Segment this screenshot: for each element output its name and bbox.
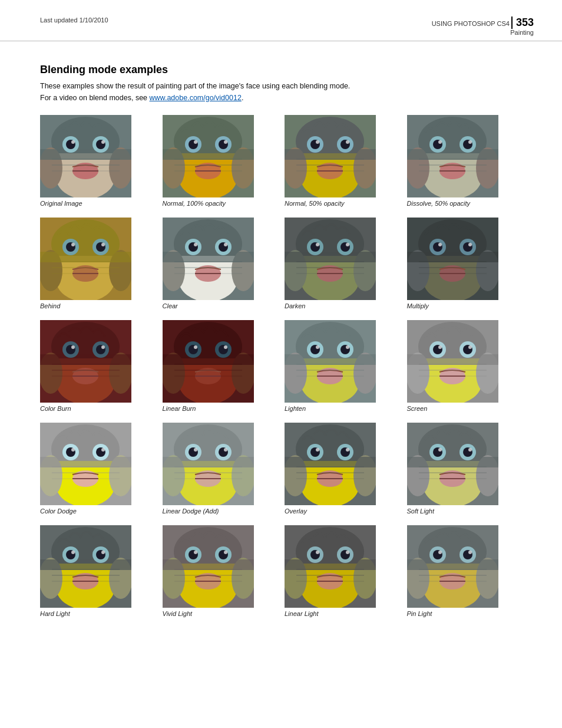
image-box-vivid-light	[163, 525, 254, 608]
svg-point-354	[468, 551, 472, 554]
svg-point-120	[346, 243, 349, 246]
svg-rect-168	[163, 354, 254, 365]
svg-point-318	[224, 551, 227, 554]
image-box-linear-burn	[163, 320, 254, 403]
page-number: 353	[516, 17, 534, 28]
link-line: For a video on blend modes, see www.adob…	[40, 94, 522, 102]
svg-point-192	[346, 345, 349, 349]
svg-point-30	[224, 140, 227, 144]
image-item-original: Original Image	[40, 115, 156, 207]
svg-point-336	[346, 551, 349, 554]
image-caption-screen: Screen	[407, 405, 428, 412]
svg-rect-240	[163, 457, 254, 467]
section-name: Painting	[510, 29, 534, 36]
image-caption-linear-dodge: Linear Dodge (Add)	[163, 508, 219, 515]
image-item-overlay: Overlay	[285, 423, 400, 515]
svg-rect-42	[285, 149, 376, 160]
image-caption-normal-50: Normal, 50% opacity	[285, 200, 345, 207]
svg-point-101	[194, 243, 197, 246]
image-box-pin-light	[407, 525, 498, 608]
image-box-linear-dodge	[163, 423, 254, 505]
image-box-original	[40, 115, 131, 197]
svg-point-11	[71, 140, 75, 144]
link-suffix: .	[242, 94, 243, 102]
image-box-hard-light	[40, 525, 131, 608]
svg-rect-150	[40, 354, 131, 365]
svg-rect-186	[285, 354, 376, 365]
image-item-linear-burn: Linear Burn	[163, 320, 278, 412]
image-item-normal-50: Normal, 50% opacity	[285, 115, 400, 207]
svg-point-209	[438, 345, 442, 349]
svg-point-353	[438, 551, 442, 554]
description-text: These examples show the result of painti…	[40, 82, 522, 90]
image-item-vivid-light: Vivid Light	[163, 525, 278, 617]
image-item-pin-light: Pin Light	[407, 525, 523, 617]
svg-point-65	[438, 140, 442, 144]
svg-point-47	[316, 140, 319, 144]
image-box-color-dodge	[40, 423, 131, 505]
image-box-behind	[40, 218, 131, 300]
svg-point-245	[194, 448, 197, 452]
svg-rect-114	[285, 252, 376, 262]
image-box-soft-light	[407, 423, 498, 505]
image-caption-dissolve: Dissolve, 50% opacity	[407, 200, 471, 207]
adobe-link[interactable]: www.adobe.com/go/vid0012	[150, 94, 242, 102]
svg-point-12	[101, 140, 105, 144]
image-box-overlay	[285, 423, 376, 505]
svg-point-66	[468, 140, 472, 144]
image-item-linear-light: Linear Light	[285, 525, 400, 617]
svg-point-227	[71, 448, 75, 452]
image-caption-pin-light: Pin Light	[407, 610, 432, 617]
svg-point-155	[71, 345, 75, 349]
svg-point-282	[468, 448, 472, 452]
svg-rect-24	[163, 149, 254, 160]
image-box-darken	[285, 218, 376, 300]
svg-point-228	[101, 448, 105, 452]
svg-point-246	[224, 448, 227, 452]
svg-rect-60	[407, 149, 498, 160]
image-item-darken: Darken	[285, 218, 400, 309]
image-caption-linear-light: Linear Light	[285, 610, 319, 617]
image-item-lighten: Lighten	[285, 320, 400, 412]
image-item-color-burn: Color Burn	[40, 320, 156, 412]
svg-point-317	[194, 551, 197, 554]
svg-point-137	[438, 243, 442, 246]
image-caption-linear-burn: Linear Burn	[163, 405, 196, 412]
image-item-multiply: Multiply	[407, 218, 523, 309]
page-title: Blending mode examples	[40, 64, 522, 76]
svg-point-138	[468, 243, 472, 246]
svg-rect-312	[163, 559, 254, 570]
image-item-linear-dodge: Linear Dodge (Add)	[163, 423, 278, 515]
svg-rect-204	[407, 354, 498, 365]
svg-point-299	[71, 551, 75, 554]
link-prefix: For a video on blend modes, see	[40, 94, 150, 102]
svg-point-119	[316, 243, 319, 246]
svg-rect-330	[285, 559, 376, 570]
image-caption-soft-light: Soft Light	[407, 508, 434, 515]
image-caption-lighten: Lighten	[285, 405, 306, 412]
image-item-dissolve: Dissolve, 50% opacity	[407, 115, 523, 207]
last-updated: Last updated 1/10/2010	[40, 17, 108, 24]
image-item-soft-light: Soft Light	[407, 423, 523, 515]
svg-point-83	[71, 243, 75, 246]
svg-point-335	[316, 551, 319, 554]
image-item-screen: Screen	[407, 320, 523, 412]
image-box-lighten	[285, 320, 376, 403]
svg-rect-222	[40, 457, 131, 467]
svg-point-84	[101, 243, 105, 246]
image-caption-hard-light: Hard Light	[40, 610, 70, 617]
svg-point-191	[316, 345, 319, 349]
image-caption-multiply: Multiply	[407, 302, 429, 309]
svg-point-174	[224, 345, 227, 349]
svg-rect-96	[163, 252, 254, 262]
svg-point-156	[101, 345, 105, 349]
svg-point-210	[468, 345, 472, 349]
image-box-normal-100	[163, 115, 254, 197]
app-name: USING PHOTOSHOP CS4	[432, 20, 510, 27]
svg-rect-276	[407, 457, 498, 467]
image-item-color-dodge: Color Dodge	[40, 423, 156, 515]
image-item-clear: Clear	[163, 218, 278, 309]
image-box-normal-50	[285, 115, 376, 197]
svg-point-48	[346, 140, 349, 144]
svg-point-264	[346, 448, 349, 452]
